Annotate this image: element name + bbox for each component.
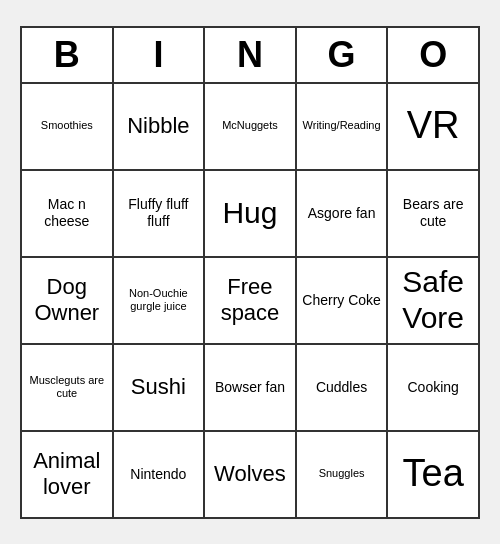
bingo-row-1: Mac n cheeseFluffy fluff fluffHugAsgore … xyxy=(22,171,478,258)
bingo-cell-0-1: Nibble xyxy=(114,84,206,169)
bingo-cell-1-4: Bears are cute xyxy=(388,171,478,256)
cell-text-3-0: Muscleguts are cute xyxy=(27,374,107,400)
bingo-cell-2-4: Safe Vore xyxy=(388,258,478,343)
cell-text-1-2: Hug xyxy=(222,195,277,231)
bingo-cell-4-2: Wolves xyxy=(205,432,297,517)
cell-text-3-2: Bowser fan xyxy=(215,379,285,396)
cell-text-4-0: Animal lover xyxy=(27,448,107,501)
bingo-cell-0-3: Writing/Reading xyxy=(297,84,389,169)
cell-text-3-4: Cooking xyxy=(407,379,458,396)
cell-text-2-4: Safe Vore xyxy=(393,264,473,336)
header-cell-I: I xyxy=(114,28,206,82)
bingo-row-3: Muscleguts are cuteSushiBowser fanCuddle… xyxy=(22,345,478,432)
header-cell-N: N xyxy=(205,28,297,82)
bingo-row-2: Dog OwnerNon-Ouchie gurgle juiceFree spa… xyxy=(22,258,478,345)
cell-text-4-3: Snuggles xyxy=(319,467,365,480)
bingo-row-0: SmoothiesNibbleMcNuggetsWriting/ReadingV… xyxy=(22,84,478,171)
cell-text-0-3: Writing/Reading xyxy=(303,119,381,132)
bingo-row-4: Animal loverNintendoWolvesSnugglesTea xyxy=(22,432,478,517)
header-cell-B: B xyxy=(22,28,114,82)
bingo-cell-2-0: Dog Owner xyxy=(22,258,114,343)
cell-text-1-0: Mac n cheese xyxy=(27,196,107,230)
bingo-cell-3-3: Cuddles xyxy=(297,345,389,430)
bingo-cell-2-2: Free space xyxy=(205,258,297,343)
bingo-cell-3-4: Cooking xyxy=(388,345,478,430)
bingo-cell-0-4: VR xyxy=(388,84,478,169)
cell-text-2-2: Free space xyxy=(210,274,290,327)
bingo-cell-4-3: Snuggles xyxy=(297,432,389,517)
cell-text-3-3: Cuddles xyxy=(316,379,367,396)
bingo-cell-4-1: Nintendo xyxy=(114,432,206,517)
cell-text-0-2: McNuggets xyxy=(222,119,278,132)
bingo-header: BINGO xyxy=(22,28,478,84)
bingo-cell-3-1: Sushi xyxy=(114,345,206,430)
bingo-card: BINGO SmoothiesNibbleMcNuggetsWriting/Re… xyxy=(20,26,480,519)
bingo-cell-2-1: Non-Ouchie gurgle juice xyxy=(114,258,206,343)
cell-text-0-4: VR xyxy=(407,103,460,149)
bingo-cell-4-4: Tea xyxy=(388,432,478,517)
bingo-grid: SmoothiesNibbleMcNuggetsWriting/ReadingV… xyxy=(22,84,478,517)
cell-text-2-3: Cherry Coke xyxy=(302,292,381,309)
cell-text-2-1: Non-Ouchie gurgle juice xyxy=(119,287,199,313)
bingo-cell-0-2: McNuggets xyxy=(205,84,297,169)
bingo-cell-0-0: Smoothies xyxy=(22,84,114,169)
cell-text-1-4: Bears are cute xyxy=(393,196,473,230)
bingo-cell-3-2: Bowser fan xyxy=(205,345,297,430)
bingo-cell-4-0: Animal lover xyxy=(22,432,114,517)
cell-text-0-1: Nibble xyxy=(127,113,189,139)
cell-text-4-4: Tea xyxy=(403,451,464,497)
cell-text-0-0: Smoothies xyxy=(41,119,93,132)
cell-text-1-3: Asgore fan xyxy=(308,205,376,222)
bingo-cell-1-2: Hug xyxy=(205,171,297,256)
cell-text-4-2: Wolves xyxy=(214,461,286,487)
bingo-cell-3-0: Muscleguts are cute xyxy=(22,345,114,430)
header-cell-G: G xyxy=(297,28,389,82)
cell-text-4-1: Nintendo xyxy=(130,466,186,483)
cell-text-3-1: Sushi xyxy=(131,374,186,400)
cell-text-2-0: Dog Owner xyxy=(27,274,107,327)
bingo-cell-2-3: Cherry Coke xyxy=(297,258,389,343)
cell-text-1-1: Fluffy fluff fluff xyxy=(119,196,199,230)
bingo-cell-1-0: Mac n cheese xyxy=(22,171,114,256)
bingo-cell-1-1: Fluffy fluff fluff xyxy=(114,171,206,256)
bingo-cell-1-3: Asgore fan xyxy=(297,171,389,256)
header-cell-O: O xyxy=(388,28,478,82)
